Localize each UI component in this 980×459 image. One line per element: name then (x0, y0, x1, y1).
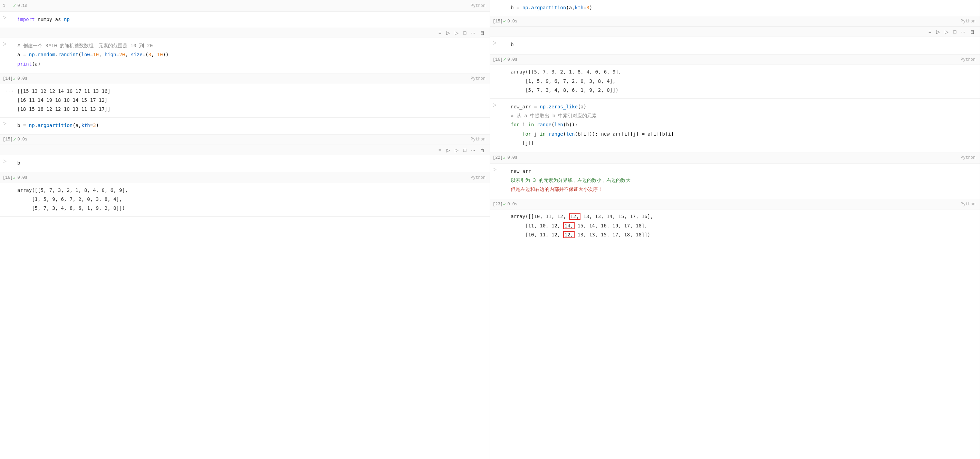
rtoolbar-btn-run[interactable]: ▷ (935, 28, 941, 35)
rtoolbar-btn-stop[interactable]: □ (952, 28, 958, 35)
cell-14-header: [14] ✓ 0.0s Python ··· [[15 13 12 12 14 … (0, 74, 490, 118)
rtime-23: 0.0s (507, 202, 517, 207)
rcell-number-23: [23] (493, 202, 503, 207)
time-16: 0.0s (17, 175, 27, 180)
rcell-15: b = np.argpartition(a,kth=3) [15] ✓ 0.0s… (490, 0, 980, 27)
code-argpartition: b = np.argpartition(a,kth=3) (17, 122, 99, 128)
rrun-btn-newarr2[interactable]: ▷ (493, 166, 496, 172)
rcheck-icon-22: ✓ (503, 155, 506, 161)
rrun-btn-b[interactable]: ▷ (493, 40, 496, 45)
toolbar-btn-run2-b[interactable]: ▷ (453, 147, 460, 154)
output-14-text: [[15 13 12 12 14 10 17 11 13 16] [16 11 … (17, 88, 110, 112)
code-create: # 创建一个 3*10 的随机整数数组，元素的范围是 10 到 20 a = n… (17, 43, 169, 66)
run-btn-1[interactable]: ▷ (3, 14, 6, 20)
left-panel: 1 ✓ 0.1s Python ▷ import numpy as np ≡ ▷… (0, 0, 490, 459)
run-btn-create[interactable]: ▷ (3, 41, 6, 46)
toolbar-btn-run2[interactable]: ▷ (453, 29, 460, 36)
cell-number-16: [16] (3, 175, 13, 180)
cell-number-15: [15] (3, 137, 13, 142)
rlang-22: Python (961, 155, 975, 160)
rcell-newarr-code: new_arr = np.zeros_like(a) # 从 a 中提取出 b … (511, 104, 674, 146)
check-icon-1: ✓ (13, 3, 16, 9)
rtoolbar-btn-run2[interactable]: ▷ (943, 28, 950, 35)
rrun-btn-newarr[interactable]: ▷ (493, 102, 496, 107)
rcell-23-output-text: array([[10, 11, 12, 12, 13, 13, 14, 15, … (511, 213, 653, 238)
toolbar-btn-delete-b[interactable]: 🗑 (479, 147, 486, 154)
code-body-create: ▷ # 创建一个 3*10 的随机整数数组，元素的范围是 10 到 20 a =… (0, 38, 490, 73)
code-body-1: ▷ import numpy as np (0, 12, 490, 28)
rlang-23: Python (961, 202, 975, 207)
toolbar-btn-more-b[interactable]: ··· (469, 147, 477, 154)
rcell-16-output-text: array([[5, 7, 3, 2, 1, 8, 4, 0, 6, 9], [… (511, 69, 621, 92)
lang-1: Python (471, 3, 485, 8)
lang-16: Python (471, 175, 485, 180)
rcell-b-body: ▷ b (490, 37, 980, 54)
time-15: 0.0s (17, 137, 27, 142)
rcell-number-16: [16] (493, 57, 503, 62)
rcell-number-15: [15] (493, 19, 503, 24)
output-16: array([[5, 7, 3, 2, 1, 8, 4, 0, 6, 9], [… (0, 183, 490, 217)
cell-15-header: [15] ✓ 0.0s Python (0, 135, 490, 145)
rcell-15-body: b = np.argpartition(a,kth=3) (490, 0, 980, 16)
rcheck-icon-16: ✓ (503, 57, 506, 62)
highlight-14: 14, (563, 222, 574, 229)
rtoolbar-btn-menu[interactable]: ≡ (927, 28, 933, 35)
rcell-toolbar: ≡ ▷ ▷ □ ··· 🗑 ▷ b [16] ✓ 0.0s Python arr… (490, 27, 980, 99)
rtime-22: 0.0s (507, 155, 517, 160)
toolbar-btn-stop[interactable]: □ (462, 29, 468, 36)
annotation-green-text: 以索引为 3 的元素为分界线，左边的数小，右边的数大 (511, 177, 630, 183)
lang-15: Python (471, 137, 485, 142)
code-body-argpartition: ▷ b = np.argpartition(a,kth=3) (0, 118, 490, 134)
rcell-b-code: b (511, 42, 514, 47)
toolbar-btn-stop-b[interactable]: □ (462, 147, 468, 154)
highlight-12-2: 12, (563, 231, 574, 238)
rtoolbar-btn-delete[interactable]: 🗑 (969, 28, 976, 35)
cell-import: 1 ✓ 0.1s Python ▷ import numpy as np (0, 0, 490, 28)
code-b: b (17, 160, 20, 166)
cell-b: ≡ ▷ ▷ □ ··· 🗑 ▷ b (0, 145, 490, 173)
cell-number-1: 1 (3, 3, 13, 8)
rlang-15: Python (961, 19, 975, 24)
output-16-text: array([[5, 7, 3, 2, 1, 8, 4, 0, 6, 9], [… (17, 187, 128, 211)
rcell-newarr-out-body: ▷ new_arr 以索引为 3 的元素为分界线，左边的数小，右边的数大 但是左… (490, 164, 980, 200)
lang-14: Python (471, 76, 485, 81)
rcheck-icon-23: ✓ (503, 201, 506, 207)
rcell-15-code: b = np.argpartition(a,kth=3) (511, 5, 592, 10)
run-btn-argpartition[interactable]: ▷ (3, 121, 6, 126)
output-14: ··· [[15 13 12 12 14 10 17 11 13 16] [16… (0, 84, 490, 118)
code-import: import numpy as np (17, 17, 70, 22)
toolbar-btn-delete[interactable]: 🗑 (479, 29, 486, 36)
rcell-number-22: [22] (493, 155, 503, 160)
toolbar-btn-more[interactable]: ··· (469, 29, 477, 36)
rcheck-icon-15: ✓ (503, 18, 506, 24)
toolbar-btn-run-b[interactable]: ▷ (445, 147, 451, 154)
time-1: 0.1s (17, 3, 27, 8)
rlang-16: Python (961, 57, 975, 62)
check-icon-15: ✓ (13, 137, 16, 143)
rcell-23-output: array([[10, 11, 12, 12, 13, 13, 14, 15, … (490, 210, 980, 243)
cell-16-header: [16] ✓ 0.0s Python array([[5, 7, 3, 2, 1… (0, 173, 490, 217)
check-icon-16: ✓ (13, 175, 16, 181)
toolbar-btn-menu[interactable]: ≡ (437, 29, 443, 36)
cell-create: ≡ ▷ ▷ □ ··· 🗑 ▷ # 创建一个 3*10 的随机整数数组，元素的范… (0, 28, 490, 74)
rcell-newarr-body: ▷ new_arr = np.zeros_like(a) # 从 a 中提取出 … (490, 99, 980, 153)
rcell-newarr-code2: new_arr 以索引为 3 的元素为分界线，左边的数小，右边的数大 但是左边和… (511, 168, 630, 192)
rtoolbar-btn-more[interactable]: ··· (959, 28, 967, 35)
rcell-newarr-out: ▷ new_arr 以索引为 3 的元素为分界线，左边的数小，右边的数大 但是左… (490, 164, 980, 243)
cell-number-14: [14] (3, 76, 13, 81)
check-icon-14: ✓ (13, 76, 16, 82)
highlight-12-1: 12, (569, 213, 581, 220)
rcell-newarr: ▷ new_arr = np.zeros_like(a) # 从 a 中提取出 … (490, 99, 980, 164)
code-body-b: ▷ b (0, 155, 490, 173)
cell-argpartition: ▷ b = np.argpartition(a,kth=3) (0, 118, 490, 134)
annotation-red-text: 但是左边和右边的内部并不保证大小次序！ (511, 186, 603, 192)
toolbar-btn-menu-b[interactable]: ≡ (437, 147, 443, 154)
right-panel: b = np.argpartition(a,kth=3) [15] ✓ 0.0s… (490, 0, 980, 459)
rcell-16-output: array([[5, 7, 3, 2, 1, 8, 4, 0, 6, 9], [… (490, 65, 980, 99)
toolbar-btn-run[interactable]: ▷ (445, 29, 451, 36)
time-14: 0.0s (17, 76, 27, 81)
rtime-16: 0.0s (507, 57, 517, 62)
run-btn-b[interactable]: ▷ (3, 158, 6, 164)
dots-14: ··· (6, 87, 14, 95)
rtime-15: 0.0s (507, 19, 517, 24)
